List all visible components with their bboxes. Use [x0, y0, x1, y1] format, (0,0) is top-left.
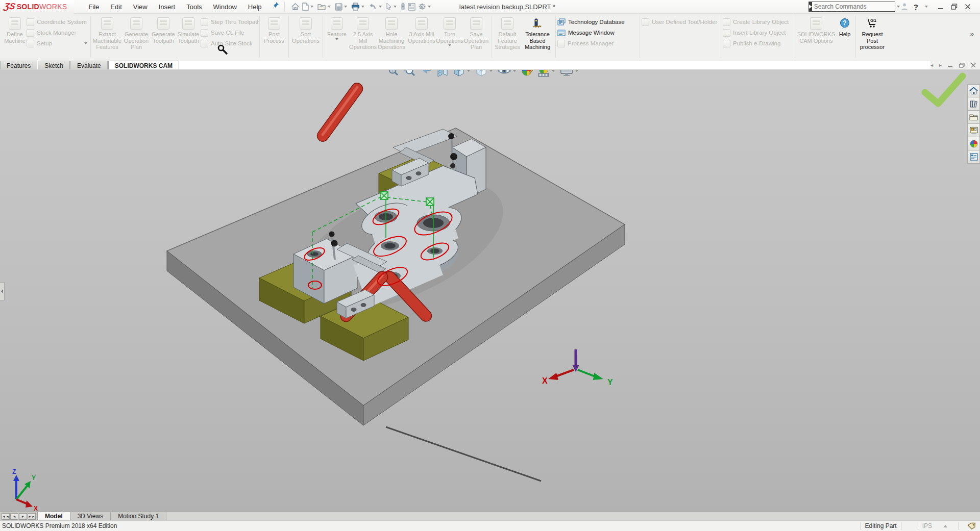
select-button[interactable]	[385, 2, 399, 12]
ribbon-generate-operation-plan[interactable]: Generate Operation Plan	[122, 16, 151, 50]
ribbon-hole-machining-operations[interactable]: Hole Machining Operations	[377, 16, 406, 50]
new-document-button[interactable]	[301, 2, 316, 12]
ribbon-stock-manager[interactable]: Stock Manager	[27, 28, 89, 37]
tab-motion-study-1[interactable]: Motion Study 1	[111, 512, 166, 520]
view-orientation-dropdown[interactable]	[467, 70, 470, 72]
task-custom-properties-icon[interactable]	[967, 150, 980, 164]
menu-edit[interactable]: Edit	[105, 1, 127, 13]
viewport-3d-scene[interactable]: X Y Z Y X	[0, 70, 980, 512]
ribbon-coordinate-system[interactable]: Coordinate System	[27, 17, 89, 27]
ribbon-process-manager[interactable]: Process Manager	[557, 39, 638, 48]
task-design-library-icon[interactable]	[967, 97, 980, 111]
featuremanager-flyout-tab[interactable]	[0, 282, 5, 300]
menu-insert[interactable]: Insert	[154, 1, 181, 13]
setup-dropdown[interactable]	[84, 42, 87, 44]
search-commands-box[interactable]	[808, 2, 895, 12]
units-dropdown-arrow[interactable]	[943, 525, 947, 527]
tab-model[interactable]: Model	[38, 512, 70, 520]
restore-button[interactable]	[951, 4, 958, 10]
doc-restore-button[interactable]	[959, 63, 965, 68]
open-button[interactable]	[316, 2, 333, 12]
doc-close-button[interactable]	[971, 63, 976, 68]
ribbon-setup[interactable]: Setup	[27, 39, 89, 48]
save-button[interactable]	[334, 2, 350, 12]
ribbon-define-machine[interactable]: Define Machine	[3, 16, 27, 44]
ribbon-sort-operations[interactable]: Sort Operations	[290, 16, 321, 44]
help-dropdown[interactable]	[925, 6, 928, 8]
task-resources-home-icon[interactable]	[967, 84, 980, 97]
menu-window[interactable]: Window	[208, 1, 242, 13]
options-gear-button[interactable]	[417, 2, 433, 12]
minimize-button[interactable]	[938, 4, 944, 10]
feature-dropdown[interactable]	[335, 38, 338, 40]
ribbon-help[interactable]: ? Help	[836, 16, 854, 38]
task-file-explorer-icon[interactable]	[967, 111, 980, 124]
file-properties-button[interactable]	[407, 2, 416, 12]
hide-show-dropdown[interactable]	[513, 70, 516, 72]
print-button[interactable]	[350, 2, 367, 12]
ribbon-3-axis-mill-operations[interactable]: 3 Axis Mill Operations	[406, 16, 437, 44]
ribbon-auto-size-stock[interactable]: Auto-Size Stock	[201, 39, 258, 48]
tab-solidworks-cam[interactable]: SOLIDWORKS CAM	[108, 61, 179, 69]
hide-show-items-icon[interactable]	[497, 70, 518, 78]
ribbon-insert-library-object[interactable]: Insert Library Object	[723, 28, 793, 37]
ribbon-simulate-toolpath[interactable]: Simulate Toolpath	[176, 16, 201, 44]
tab-next-button[interactable]: ►	[19, 513, 27, 520]
zoom-to-area-icon[interactable]	[403, 70, 417, 78]
task-view-palette-icon[interactable]	[967, 124, 980, 137]
menu-file[interactable]: File	[83, 1, 104, 13]
view-settings-icon[interactable]	[559, 70, 580, 78]
ribbon-tolerance-based-machining[interactable]: Tolerance Based Machining	[521, 16, 554, 50]
zoom-to-fit-icon[interactable]	[386, 70, 401, 78]
tab-evaluate[interactable]: Evaluate	[70, 61, 108, 69]
apply-scene-dropdown[interactable]	[552, 70, 555, 72]
ribbon-cam-options[interactable]: SOLIDWORKS CAM Options	[797, 16, 836, 44]
open-dropdown[interactable]	[328, 6, 331, 8]
edit-appearance-icon[interactable]	[520, 70, 534, 78]
section-view-icon[interactable]	[435, 70, 450, 78]
magnet-tool-icon[interactable]	[400, 2, 406, 12]
graphics-area[interactable]: X Y Z Y X	[0, 70, 980, 512]
options-dropdown[interactable]	[428, 6, 431, 8]
menu-tools[interactable]: Tools	[181, 1, 207, 13]
previous-view-icon[interactable]	[419, 70, 433, 78]
units-selector[interactable]: IPS	[922, 522, 932, 529]
home-button[interactable]	[290, 2, 301, 12]
view-orientation-icon[interactable]	[452, 70, 472, 78]
view-settings-dropdown[interactable]	[575, 70, 578, 72]
undo-dropdown[interactable]	[379, 6, 382, 8]
apply-scene-icon[interactable]	[536, 70, 557, 78]
ribbon-message-window[interactable]: Message Window	[557, 28, 638, 37]
ribbon-user-defined-tool-holder[interactable]: User Defined Tool/Holder	[642, 17, 719, 27]
menu-pin-icon[interactable]	[272, 2, 279, 12]
display-style-icon[interactable]	[474, 70, 495, 78]
tab-scroll-left-icon[interactable]: ◂	[930, 62, 933, 68]
ribbon-turn-operations[interactable]: Turn Operations	[437, 16, 462, 46]
help-menu-button[interactable]: ?	[914, 3, 918, 11]
tag-icon[interactable]	[967, 522, 976, 530]
tab-3d-views[interactable]: 3D Views	[70, 512, 111, 520]
ribbon-default-feature-strategies[interactable]: Default Feature Strategies	[494, 16, 521, 50]
print-dropdown[interactable]	[361, 6, 364, 8]
tab-scroll-right-icon[interactable]: ▸	[939, 62, 942, 68]
ribbon-publish-edrawing[interactable]: Publish e-Drawing	[723, 39, 793, 48]
ribbon-overflow-chevron[interactable]: »	[970, 16, 978, 38]
ribbon-save-cl-file[interactable]: Save CL File	[201, 28, 258, 37]
search-dropdown[interactable]	[897, 6, 900, 8]
close-button[interactable]	[965, 4, 971, 10]
save-dropdown[interactable]	[344, 6, 347, 8]
doc-minimize-button[interactable]	[948, 63, 953, 68]
ribbon-create-library-object[interactable]: Create Library Object	[723, 17, 793, 27]
search-input[interactable]	[812, 3, 895, 10]
undo-button[interactable]	[368, 2, 384, 12]
task-appearances-icon[interactable]	[967, 137, 980, 150]
ribbon-step-thru-toolpath[interactable]: Step Thru Toolpath	[201, 17, 258, 27]
ribbon-post-process[interactable]: Post Process	[261, 16, 287, 44]
menu-view[interactable]: View	[128, 1, 153, 13]
new-document-dropdown[interactable]	[310, 6, 313, 8]
tab-last-button[interactable]: ►►	[28, 513, 36, 520]
ribbon-25-axis-mill-operations[interactable]: 2.5 Axis Mill Operations	[349, 16, 377, 50]
select-dropdown[interactable]	[394, 6, 397, 8]
login-user-icon[interactable]	[900, 3, 909, 11]
ribbon-technology-database[interactable]: Technology Database	[557, 17, 638, 27]
